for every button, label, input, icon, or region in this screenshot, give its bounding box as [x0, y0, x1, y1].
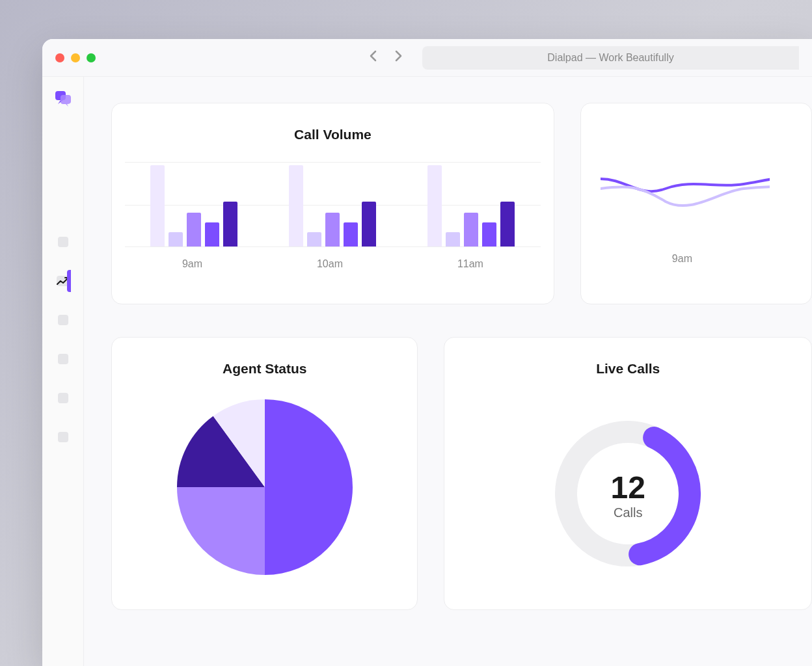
sidebar-nav: [57, 237, 70, 442]
main-content: Call Volume 9am10am11am 9am: [84, 77, 812, 666]
sidebar-item-analytics[interactable]: [57, 276, 70, 286]
tab-title: Dialpad — Work Beautifully: [547, 52, 673, 64]
bar-group: [289, 165, 376, 246]
agent-status-card: Agent Status: [111, 337, 418, 610]
app-logo[interactable]: [54, 88, 72, 107]
bar-category-label: 9am: [182, 258, 202, 270]
sidebar-item-5[interactable]: [58, 393, 68, 403]
bar-category-label: 10am: [317, 258, 343, 270]
bar: [427, 165, 442, 246]
call-volume-title: Call Volume: [118, 127, 547, 142]
bar-group: [427, 165, 515, 246]
top-row: Call Volume 9am10am11am 9am: [111, 103, 812, 304]
line-chart: [601, 153, 770, 231]
titlebar: Dialpad — Work Beautifully: [42, 39, 812, 77]
app-window: Dialpad — Work Beautifully: [42, 39, 812, 666]
tab-bar[interactable]: Dialpad — Work Beautifully: [422, 46, 799, 70]
nav-arrows: [369, 50, 403, 65]
maximize-window-button[interactable]: [87, 53, 96, 62]
forward-button[interactable]: [395, 50, 403, 65]
bar-category-label: 11am: [457, 258, 483, 270]
back-button[interactable]: [369, 50, 377, 65]
bar: [205, 222, 219, 247]
dialpad-logo-icon: [54, 88, 72, 107]
bar: [344, 222, 358, 247]
sidebar: [42, 77, 84, 666]
bar: [446, 232, 460, 247]
minimize-window-button[interactable]: [71, 53, 80, 62]
live-calls-label: Calls: [611, 505, 645, 520]
live-calls-value: 12: [611, 470, 645, 505]
bar: [169, 232, 183, 247]
bar: [464, 213, 478, 247]
sidebar-item-6[interactable]: [58, 432, 68, 442]
bar: [362, 202, 376, 246]
content-area: Call Volume 9am10am11am 9am: [42, 77, 812, 666]
bar: [307, 232, 321, 247]
call-volume-card: Call Volume 9am10am11am: [111, 103, 554, 304]
sidebar-item-1[interactable]: [58, 237, 68, 247]
pie-slice-available: [265, 399, 353, 575]
line-chart-label: 9am: [601, 253, 811, 265]
bar-group: [150, 165, 237, 246]
traffic-lights: [55, 53, 96, 62]
chevron-right-icon: [395, 50, 403, 62]
donut-center: 12 Calls: [611, 470, 645, 520]
bar: [289, 165, 303, 246]
agent-status-chart: [118, 396, 411, 578]
bar: [500, 202, 515, 246]
active-indicator: [67, 270, 71, 292]
bar: [325, 213, 340, 247]
bar: [223, 202, 237, 246]
live-calls-card: Live Calls 12 Calls: [444, 337, 812, 610]
sidebar-item-4[interactable]: [58, 354, 68, 364]
sidebar-item-3[interactable]: [58, 315, 68, 325]
agent-status-title: Agent Status: [118, 361, 411, 377]
line-trend-card: 9am: [580, 103, 812, 304]
bar: [150, 165, 165, 246]
call-volume-chart: 9am10am11am: [118, 162, 547, 270]
close-window-button[interactable]: [55, 53, 64, 62]
live-calls-title: Live Calls: [596, 361, 660, 377]
bottom-row: Agent Status Live Calls 12 Calls: [111, 304, 812, 610]
bar: [187, 213, 201, 247]
live-calls-chart: 12 Calls: [550, 416, 706, 574]
pie-slice-busy: [177, 487, 265, 575]
bar: [482, 222, 496, 247]
donut-arc: [640, 438, 690, 554]
chevron-left-icon: [369, 50, 377, 62]
